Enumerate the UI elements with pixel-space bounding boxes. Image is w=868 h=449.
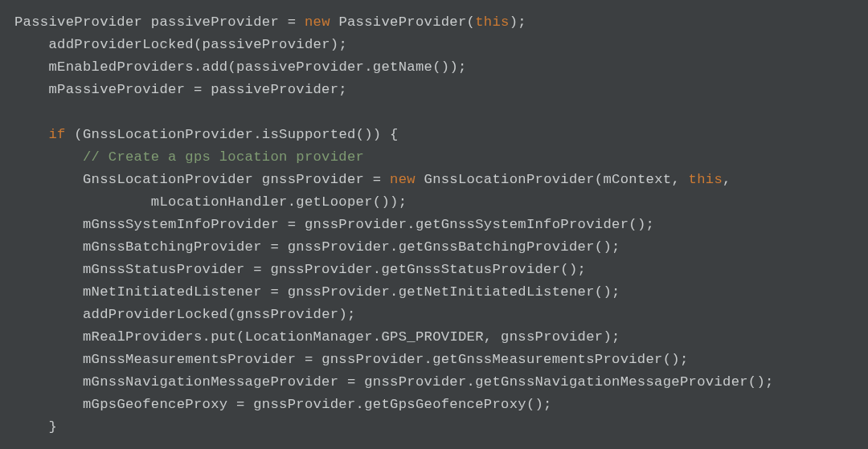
code-token: gnssProvider — [270, 262, 372, 277]
code-token: gnssProvider — [253, 397, 355, 412]
keyword-if: if — [48, 127, 65, 142]
code-comment: // Create a gps location provider — [83, 149, 364, 165]
code-token: add — [203, 59, 228, 75]
code-token: mContext — [603, 172, 671, 187]
code-token: put — [211, 329, 236, 345]
code-token: passiveProvider — [236, 59, 364, 75]
code-token: mGnssSystemInfoProvider — [83, 217, 279, 232]
code-token: getGnssStatusProvider — [381, 262, 560, 277]
code-token: gnssProvider — [321, 352, 424, 367]
keyword-new: new — [390, 172, 416, 187]
code-token: gnssProvider — [236, 307, 338, 322]
code-token: mGnssNavigationMessageProvider — [83, 374, 338, 390]
code-token: getGpsGeofenceProxy — [364, 397, 526, 412]
code-token: mLocationHandler — [151, 194, 288, 210]
code-token: mGnssMeasurementsProvider — [83, 352, 296, 367]
keyword-this: this — [689, 172, 723, 187]
code-token: GPS_PROVIDER — [381, 329, 483, 345]
code-token: mGnssStatusProvider — [83, 262, 245, 277]
code-token: gnssProvider — [305, 217, 407, 232]
code-token: getName — [373, 59, 432, 75]
code-token: GnssLocationProvider — [424, 172, 595, 187]
code-token: gnssProvider — [364, 374, 466, 390]
code-token: gnssProvider — [262, 172, 364, 187]
code-token: getLooper — [296, 194, 373, 210]
code-token: GnssLocationProvider — [83, 127, 253, 142]
code-token: gnssProvider — [288, 284, 390, 300]
code-token: PassiveProvider — [338, 14, 466, 30]
code-token: getGnssBatchingProvider — [399, 239, 595, 255]
code-token: mGpsGeofenceProxy — [83, 397, 227, 412]
code-token: getGnssMeasurementsProvider — [432, 352, 663, 367]
keyword-this: this — [475, 14, 509, 30]
code-token: isSupported — [262, 127, 356, 142]
code-token: passiveProvider — [151, 14, 279, 30]
code-token: passiveProvider — [203, 37, 330, 52]
code-token: gnssProvider — [501, 329, 603, 345]
code-token: PassiveProvider — [14, 14, 142, 30]
code-token: mEnabledProviders — [48, 59, 193, 75]
code-token: mRealProviders — [83, 329, 203, 345]
code-token: mNetInitiatedListener — [83, 284, 262, 300]
code-token: getNetInitiatedListener — [399, 284, 595, 300]
code-token: getGnssNavigationMessageProvider — [475, 374, 748, 390]
keyword-new: new — [305, 14, 330, 30]
code-token: GnssLocationProvider — [83, 172, 253, 187]
code-token: LocationManager — [245, 329, 373, 345]
code-token: getGnssSystemInfoProvider — [416, 217, 628, 232]
code-editor[interactable]: PassiveProvider passiveProvider = new Pa… — [0, 0, 868, 449]
code-token: mGnssBatchingProvider — [83, 239, 262, 255]
code-token: gnssProvider — [288, 239, 390, 255]
code-token: mPassiveProvider — [48, 82, 185, 97]
code-token: addProviderLocked — [83, 307, 227, 322]
code-token: passiveProvider — [211, 82, 338, 97]
code-token: addProviderLocked — [48, 37, 193, 52]
